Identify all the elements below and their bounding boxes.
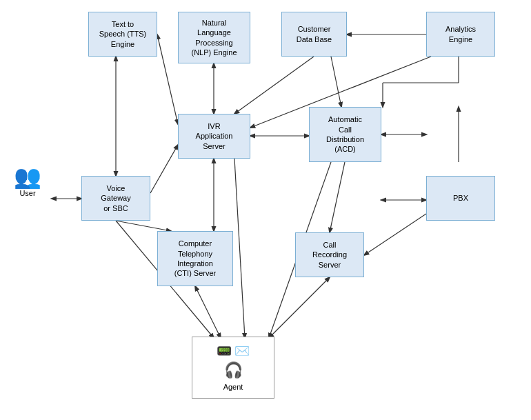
user-label: User <box>14 189 41 197</box>
agent-headset-icon: 🎧 <box>224 361 243 381</box>
svg-line-3 <box>157 34 178 124</box>
node-analytics-label: Analytics Engine <box>445 24 476 44</box>
email-icon: ✉️ <box>234 343 250 359</box>
svg-line-20 <box>330 162 345 232</box>
node-tts-label: Text to Speech (TTS) Engine <box>99 19 146 49</box>
node-pbx-label: PBX <box>453 193 468 203</box>
node-ivr: IVR Application Server <box>178 114 250 159</box>
node-cdb: Customer Data Base <box>281 12 347 57</box>
svg-line-19 <box>269 277 330 338</box>
node-pbx: PBX <box>426 176 495 221</box>
node-ivr-label: IVR Application Server <box>196 121 233 151</box>
node-acd: Automatic Call Distribution (ACD) <box>309 107 381 162</box>
svg-line-2 <box>150 145 178 193</box>
node-tts: Text to Speech (TTS) Engine <box>88 12 157 57</box>
node-nlp-label: Natural Language Processing (NLP) Engine <box>191 18 237 57</box>
user-figure: 👥 User <box>14 166 41 197</box>
node-acd-label: Automatic Call Distribution (ACD) <box>326 114 364 154</box>
node-crs-label: Call Recording Server <box>312 240 347 270</box>
svg-line-8 <box>234 57 314 114</box>
node-cdb-label: Customer Data Base <box>297 24 332 44</box>
node-cti: Computer Telephony Integration (CTI) Ser… <box>157 231 233 286</box>
node-agent: 📟 ✉️ 🎧 Agent <box>192 337 274 399</box>
node-nlp: Natural Language Processing (NLP) Engine <box>178 12 250 63</box>
node-cti-label: Computer Telephony Integration (CTI) Ser… <box>174 239 217 278</box>
node-vgw-label: Voice Gateway or SBC <box>101 183 130 213</box>
node-vgw: Voice Gateway or SBC <box>81 176 150 221</box>
svg-line-21 <box>364 214 426 255</box>
node-agent-label: Agent <box>223 382 243 392</box>
phone-icon: 📟 <box>217 343 232 359</box>
node-crs: Call Recording Server <box>295 232 364 277</box>
svg-line-23 <box>234 159 245 338</box>
agent-icons: 📟 ✉️ <box>217 343 250 359</box>
diagram-container: 👥 User Text to Speech (TTS) Engine Natur… <box>0 0 531 420</box>
node-analytics: Analytics Engine <box>426 12 495 57</box>
svg-line-18 <box>195 286 221 338</box>
svg-line-16 <box>116 221 171 231</box>
svg-line-9 <box>331 57 341 107</box>
